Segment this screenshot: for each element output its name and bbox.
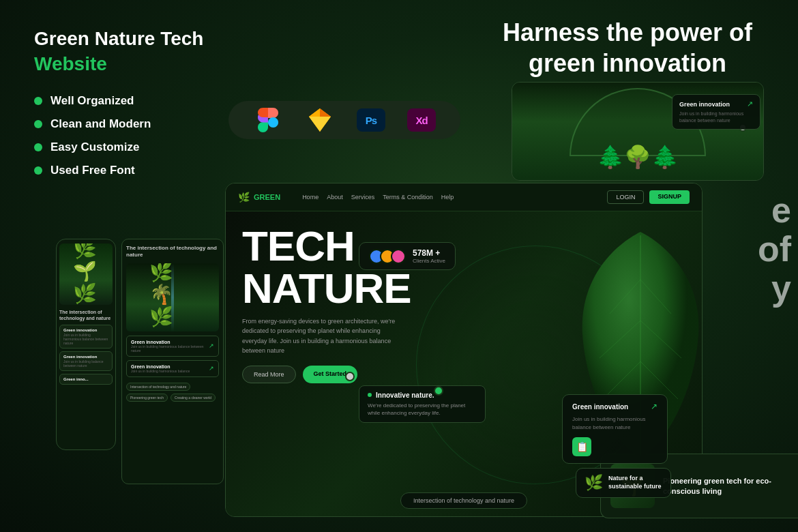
svg-marker-5 — [309, 117, 331, 132]
innovation-card-icon: 📋 — [572, 437, 591, 456]
tablet-tabs: Intersection of technology and nature Pi… — [126, 383, 219, 402]
nature-card-text: Nature for a sustainable future — [608, 475, 662, 490]
innovative-nature-box: Innovative nature. We're dedicated to pr… — [359, 385, 486, 423]
stats-avatars — [369, 249, 406, 264]
mock-login-button[interactable]: LOGIN — [607, 190, 644, 204]
bullet-icon — [34, 143, 42, 151]
tablet-hero-text: The intersection of technology and natur… — [126, 245, 219, 259]
list-item: Easy Customize — [34, 141, 246, 154]
sketch-icon — [305, 105, 335, 135]
tablet-forest-image: 🌿🌴🌿 — [126, 263, 219, 331]
hero-description: From energy-saving devices to green arch… — [242, 316, 406, 356]
bullet-icon — [34, 166, 42, 175]
mobile-innovation-card: Green innovation Join us in building har… — [59, 325, 113, 349]
bullet-icon — [34, 120, 42, 128]
mobile-green-card: Green inno... — [59, 374, 113, 385]
mobile-mockup: 🌿🌱🌿 The intersection of technology and n… — [56, 239, 116, 450]
logo-leaf-icon: 🌿 — [238, 192, 250, 203]
hero-heading: Harness the power of green innovation — [498, 17, 757, 78]
dot-accent — [368, 393, 372, 397]
tablet-innovation-card: Green innovation Join us in building har… — [126, 336, 219, 357]
mock-nav-links: Home About Services Terms & Condition He… — [302, 194, 454, 201]
stats-bubble: 578M + Clients Active — [359, 242, 456, 270]
avatar — [391, 249, 406, 264]
feature-list: Well Organized Clean and Modern Easy Cus… — [34, 94, 246, 177]
mock-navbar: 🌿 GREEN Home About Services Terms & Cond… — [226, 183, 702, 211]
right-panel-text: e of y — [709, 191, 798, 308]
innovation-card-hero: Green innovation ↗ Join us in building h… — [562, 394, 668, 464]
tablet-innovation-card-2: Green innovation Join us in building har… — [126, 360, 219, 377]
eco-info: Pioneering green tech for eco-conscious … — [663, 476, 788, 496]
mobile-innovation-card-2: Green innovation Join us in building bal… — [59, 351, 113, 371]
xd-icon: Xd — [407, 108, 436, 132]
dot-node — [345, 372, 355, 381]
innovation-card-top: Green innovation ↗ Join us in building h… — [672, 94, 760, 130]
photoshop-icon: Ps — [357, 108, 385, 132]
dot-node-green — [434, 386, 443, 396]
mock-hero: TECH NATURE From energy-saving devices t… — [226, 211, 702, 517]
brand-subtitle: Website — [34, 53, 246, 75]
mock-signup-button[interactable]: SIGNUP — [649, 190, 690, 204]
trees-decoration: 🌲🌳🌲 — [597, 144, 679, 170]
left-panel: Green Nature Tech Website Well Organized… — [34, 27, 246, 177]
mock-logo: 🌿 GREEN — [238, 192, 280, 203]
list-item: Used Free Font — [34, 164, 246, 177]
bullet-icon — [34, 97, 42, 105]
read-more-button[interactable]: Read More — [242, 366, 296, 383]
figma-icon — [253, 105, 283, 135]
mock-nav-buttons: LOGIN SIGNUP — [607, 190, 690, 204]
intersection-bar: Intersection of technology and nature — [400, 492, 527, 509]
list-item: Well Organized — [34, 94, 246, 108]
nature-card: 🌿 Nature for a sustainable future — [576, 468, 671, 498]
tablet-mockup: The intersection of technology and natur… — [121, 239, 224, 484]
brand-title: Green Nature Tech — [34, 27, 246, 50]
tools-bar: Ps Xd — [228, 101, 460, 139]
mobile-hero-text: The intersection of technology and natur… — [59, 309, 113, 321]
nature-icon: 🌿 — [585, 474, 603, 492]
list-item: Clean and Modern — [34, 117, 246, 131]
mobile-forest-image: 🌿🌱🌿 — [59, 243, 113, 305]
stats-info: 578M + Clients Active — [413, 248, 445, 264]
